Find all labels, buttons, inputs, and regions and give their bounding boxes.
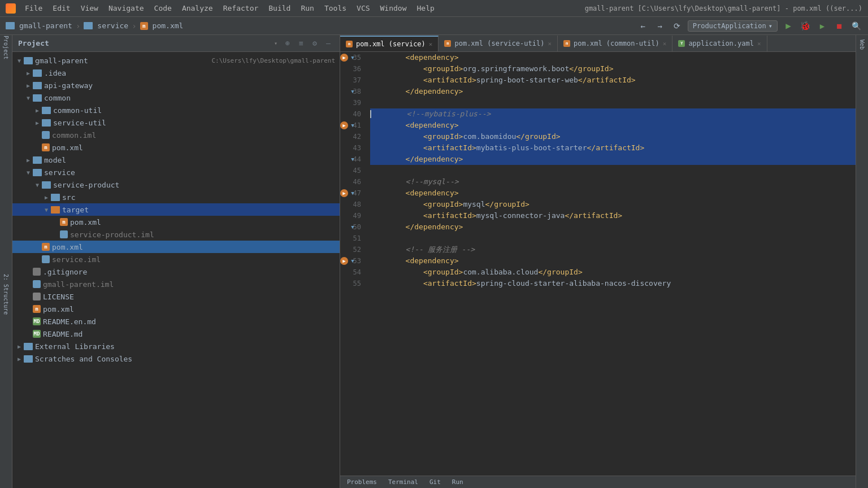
tree-toggle-external-libs[interactable]: [15, 342, 24, 351]
tree-item-sp-pom[interactable]: mpom.xml: [12, 216, 340, 228]
menu-item-build[interactable]: Build: [264, 3, 295, 14]
tree-item-external-libs[interactable]: External Libraries: [12, 340, 340, 352]
terminal-tab[interactable]: Terminal: [384, 477, 423, 487]
tree-item-model[interactable]: model: [12, 154, 340, 166]
fold-icon-53[interactable]: ▼: [349, 258, 356, 264]
code-line-52[interactable]: <!-- 服务注册 -->: [370, 244, 856, 255]
code-line-48[interactable]: <groupId>mysql</groupId>: [370, 199, 856, 210]
nav-item-project[interactable]: gmall-parent: [6, 21, 72, 30]
code-line-40[interactable]: <!--mybatis-plus-->: [370, 108, 856, 120]
menu-item-code[interactable]: Code: [150, 3, 176, 14]
tree-item-target[interactable]: target: [12, 203, 340, 216]
tree-item-sp-iml[interactable]: service-product.iml: [12, 228, 340, 241]
web-panel-toggle[interactable]: Web: [858, 37, 866, 52]
code-line-37[interactable]: <artifactId>spring-boot-starter-web</art…: [370, 75, 856, 86]
nav-refresh-btn[interactable]: ⟳: [671, 20, 683, 32]
fold-icon-47[interactable]: ▼: [349, 190, 356, 197]
tree-item-service-util[interactable]: service-util: [12, 116, 340, 129]
tree-toggle-api-gateway[interactable]: [24, 81, 33, 90]
tree-toggle-service-product[interactable]: [33, 180, 42, 189]
fold-icon-50[interactable]: ▼: [349, 224, 356, 230]
tree-toggle-gmall-parent[interactable]: [15, 56, 24, 65]
gutter-run-icon-53[interactable]: ▶: [340, 257, 348, 265]
tree-item-readme-en[interactable]: MDREADME.en.md: [12, 315, 340, 328]
code-line-45[interactable]: [370, 165, 856, 176]
code-line-51[interactable]: [370, 233, 856, 244]
code-line-55[interactable]: <artifactId>spring-cloud-starter-alibaba…: [370, 278, 856, 289]
problems-tab[interactable]: Problems: [342, 477, 381, 487]
tree-item-gitignore[interactable]: .gitignore: [12, 265, 340, 278]
tree-item-root-pom[interactable]: mpom.xml: [12, 303, 340, 315]
tree-item-src[interactable]: src: [12, 191, 340, 203]
tree-item-common-pom[interactable]: mpom.xml: [12, 141, 340, 154]
tree-item-service-iml[interactable]: service.iml: [12, 253, 340, 265]
code-line-36[interactable]: <groupId>org.springframework.boot</group…: [370, 63, 856, 75]
tab-close-tab-service-pom[interactable]: ×: [429, 41, 433, 48]
tree-toggle-common[interactable]: [24, 93, 33, 102]
tree-toggle-target[interactable]: [42, 205, 51, 214]
code-line-50[interactable]: </dependency>: [370, 221, 856, 233]
fold-icon-44[interactable]: ▼: [349, 156, 356, 163]
code-line-39[interactable]: [370, 97, 856, 108]
code-line-54[interactable]: <groupId>com.alibaba.cloud</groupId>: [370, 267, 856, 278]
fold-icon-35[interactable]: ▼: [349, 54, 356, 61]
run-config-selector[interactable]: ProductApplication ▾: [688, 20, 778, 32]
tab-close-tab-application-yaml[interactable]: ×: [757, 40, 761, 47]
tree-item-scratches[interactable]: Scratches and Consoles: [12, 352, 340, 365]
tree-item-idea[interactable]: .idea: [12, 67, 340, 79]
code-line-44[interactable]: </dependency>: [370, 154, 856, 165]
tree-item-license[interactable]: LICENSE: [12, 290, 340, 303]
stop-btn[interactable]: ◼: [833, 20, 845, 32]
tab-close-tab-service-util-pom[interactable]: ×: [548, 40, 552, 47]
tree-toggle-common-util[interactable]: [33, 106, 42, 115]
tree-item-readme[interactable]: MDREADME.md: [12, 328, 340, 340]
panel-dropdown-icon[interactable]: ▾: [274, 40, 277, 46]
code-line-42[interactable]: <groupId>com.baomidou</groupId>: [370, 131, 856, 142]
tree-toggle-model[interactable]: [24, 155, 33, 164]
minimize-panel-btn[interactable]: —: [323, 38, 334, 49]
nav-item-file[interactable]: m pom.xml: [140, 21, 184, 30]
gutter-run-icon-35[interactable]: ▶: [340, 54, 348, 62]
structure-panel-toggle[interactable]: 2: Structure: [1, 289, 11, 299]
menu-item-file[interactable]: File: [20, 3, 47, 14]
menu-item-tools[interactable]: Tools: [320, 3, 351, 14]
menu-item-run[interactable]: Run: [296, 3, 318, 14]
menu-item-help[interactable]: Help: [413, 3, 439, 14]
run-btn[interactable]: ▶: [782, 20, 795, 32]
fold-icon-38[interactable]: ▼: [349, 88, 356, 95]
menu-item-view[interactable]: View: [76, 3, 103, 14]
tab-tab-service-pom[interactable]: mpom.xml (service)×: [340, 36, 439, 51]
code-line-41[interactable]: <dependency>: [370, 120, 856, 131]
code-line-53[interactable]: <dependency>: [370, 255, 856, 267]
tree-item-common[interactable]: common: [12, 91, 340, 104]
tab-tab-application-yaml[interactable]: Yapplication.yaml×: [672, 36, 767, 51]
settings-btn[interactable]: ⚙: [309, 38, 320, 49]
tree-toggle-service[interactable]: [24, 168, 33, 177]
run-tab[interactable]: Run: [448, 477, 468, 487]
menu-item-navigate[interactable]: Navigate: [104, 3, 149, 14]
project-panel-toggle[interactable]: 1: Project: [1, 37, 11, 47]
menu-item-vcs[interactable]: VCS: [352, 3, 374, 14]
tree-toggle-scratches[interactable]: [15, 354, 24, 363]
locate-file-btn[interactable]: ⊕: [282, 38, 293, 49]
code-line-38[interactable]: </dependency>: [370, 86, 856, 97]
nav-item-service[interactable]: service: [84, 21, 128, 30]
tree-item-common-util[interactable]: common-util: [12, 104, 340, 116]
tab-tab-common-util-pom[interactable]: mpom.xml (common-util)×: [558, 36, 672, 51]
collapse-all-btn[interactable]: ≡: [296, 38, 307, 49]
tree-toggle-service-util[interactable]: [33, 118, 42, 127]
gutter-run-icon-47[interactable]: ▶: [340, 189, 348, 197]
fold-icon-41[interactable]: ▼: [349, 122, 356, 129]
debug-btn[interactable]: 🐞: [799, 20, 811, 32]
code-line-47[interactable]: <dependency>: [370, 188, 856, 199]
gutter-run-icon-41[interactable]: ▶: [340, 121, 348, 129]
tree-item-gmall-parent[interactable]: gmall-parentC:\Users\lfy\Desktop\gmall-p…: [12, 54, 340, 67]
tree-toggle-src[interactable]: [42, 193, 51, 202]
tree-item-gmall-parent-iml[interactable]: gmall-parent.iml: [12, 278, 340, 290]
tree-item-service-pom[interactable]: mpom.xml: [12, 241, 340, 253]
menu-item-edit[interactable]: Edit: [48, 3, 75, 14]
run-with-coverage-btn[interactable]: ▶: [816, 20, 828, 32]
code-line-43[interactable]: <artifactId>mybatis-plus-boot-starter</a…: [370, 142, 856, 154]
code-area[interactable]: <dependency> <groupId>org.springframewor…: [366, 52, 856, 476]
tree-item-service-product[interactable]: service-product: [12, 178, 340, 191]
